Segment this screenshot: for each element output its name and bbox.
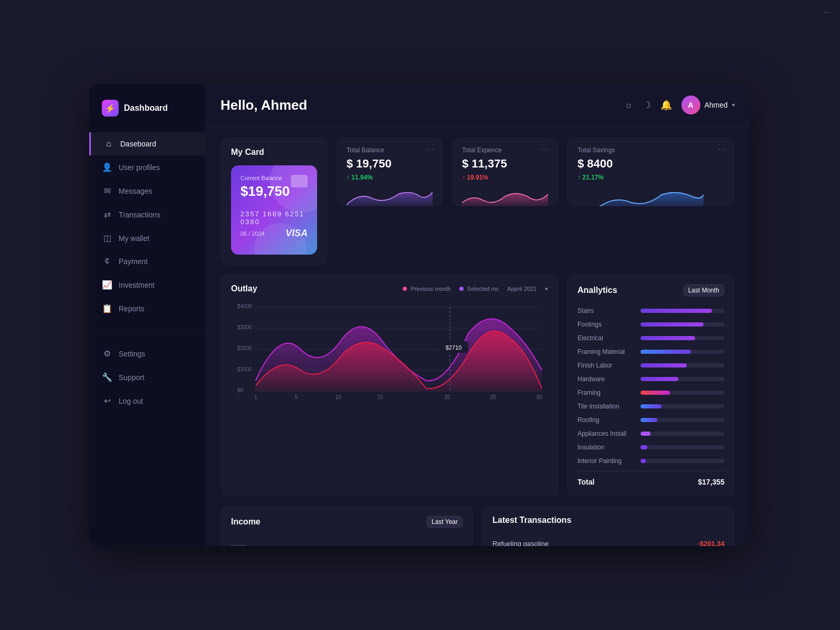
chevron-down-icon: ▾ bbox=[732, 101, 735, 109]
income-card: Income Last Year $30,000 $20,000 $10,000… bbox=[220, 505, 474, 546]
analytics-items: Stairs Footings Electrical Framing Mater… bbox=[578, 307, 724, 465]
svg-text:$2000: $2000 bbox=[237, 345, 252, 351]
total-expense-card: ··· Total Expence $ 11,375 ↑ 19.91% bbox=[452, 137, 559, 206]
sidebar-item-investment[interactable]: 📈 Investment bbox=[89, 273, 205, 297]
sidebar-item-messages[interactable]: ✉ Messages bbox=[89, 179, 205, 203]
total-balance-card: ··· Total Balance $ 19,750 ↑ 11.94% bbox=[336, 137, 443, 206]
balance-chart bbox=[346, 185, 433, 206]
sidebar-label-support: Support bbox=[119, 373, 144, 382]
analytics-item: Framing Material bbox=[578, 348, 724, 355]
analytics-bar-fill bbox=[640, 377, 678, 381]
sidebar-logo: ⚡ Dashboard bbox=[89, 100, 205, 132]
analytics-item: Footings bbox=[578, 321, 724, 328]
logo-text: Dashboard bbox=[124, 103, 168, 113]
transactions-icon: ⇄ bbox=[102, 209, 112, 219]
sidebar-item-payment[interactable]: ¢ Payment bbox=[89, 250, 205, 273]
sidebar-item-transactions[interactable]: ⇄ Transactions bbox=[89, 203, 205, 226]
analytics-bar-bg bbox=[640, 391, 724, 395]
analytics-total: Total $17,355 bbox=[578, 471, 724, 486]
analytics-bar-fill bbox=[640, 391, 670, 395]
analytics-bar-fill bbox=[640, 445, 647, 449]
legend-selected: Selected mc bbox=[459, 286, 499, 292]
analytics-bar-fill bbox=[640, 459, 646, 463]
card-expiry: 06 / 2024 bbox=[240, 230, 265, 237]
sidebar-item-support[interactable]: 🔧 Support bbox=[89, 365, 205, 389]
transactions-title: Latest Transactions bbox=[492, 516, 571, 525]
income-title: Income bbox=[231, 517, 260, 527]
analytics-item-label: Insulation bbox=[578, 444, 640, 451]
analytics-bar-fill bbox=[640, 404, 662, 408]
dashboard-grid: ··· Total Balance $ 19,750 ↑ 11.94% bbox=[205, 127, 751, 546]
analytics-item: Interior Painting bbox=[578, 457, 724, 465]
settings-icon: ⚙ bbox=[102, 349, 112, 359]
expense-change: ↑ 19.91% bbox=[462, 174, 548, 181]
expense-chart bbox=[462, 185, 548, 206]
sidebar-bottom: ⚙ Settings 🔧 Support ↩ Log out bbox=[89, 331, 205, 423]
sidebar-nav: ⌂ Daseboard 👤 User profiles ✉ Messages ⇄… bbox=[89, 132, 205, 530]
sidebar-item-my-wallet[interactable]: ◫ My wallet bbox=[89, 226, 205, 250]
analytics-bar-fill bbox=[640, 432, 650, 436]
avatar: A bbox=[681, 96, 700, 114]
analytics-item-label: Hardware bbox=[578, 375, 640, 383]
chart-legend: Previous month Selected mc Appril 2021 ▾ bbox=[403, 286, 548, 292]
user-name: Ahmed bbox=[705, 101, 728, 109]
logout-icon: ↩ bbox=[102, 396, 112, 406]
sidebar-label-messages: Messages bbox=[119, 187, 152, 195]
savings-change: ↑ 21.17% bbox=[578, 174, 724, 181]
analytics-bar-bg bbox=[640, 432, 724, 436]
sidebar-label-settings: Settings bbox=[119, 350, 145, 358]
user-menu[interactable]: A Ahmed ▾ bbox=[681, 96, 735, 114]
sidebar-label-transactions: Transactions bbox=[119, 211, 161, 219]
page-title: Hello, Ahmed bbox=[220, 97, 307, 113]
analytics-item-label: Interior Painting bbox=[578, 457, 640, 465]
income-filter-button[interactable]: Last Year bbox=[426, 516, 463, 528]
notification-icon[interactable]: 🔔 bbox=[660, 99, 672, 111]
sidebar-label-my-wallet: My wallet bbox=[119, 234, 149, 243]
card-number: 2357 1689 6251 0380 bbox=[240, 210, 308, 226]
svg-text:30: 30 bbox=[536, 394, 542, 399]
analytics-filter-button[interactable]: Last Month bbox=[683, 284, 724, 297]
analytics-item-label: Electrical bbox=[578, 334, 640, 342]
analytics-bar-bg bbox=[640, 445, 724, 449]
svg-text:25: 25 bbox=[490, 394, 496, 399]
analytics-bar-bg bbox=[640, 363, 724, 368]
transaction-amount-1: -$201.34 bbox=[698, 540, 724, 546]
sidebar-item-settings[interactable]: ⚙ Settings bbox=[89, 342, 205, 365]
sidebar-item-user-profiles[interactable]: 👤 User profiles bbox=[89, 155, 205, 179]
sidebar-item-dashboard[interactable]: ⌂ Daseboard bbox=[89, 132, 205, 155]
legend-selected-label: Selected mc bbox=[467, 286, 499, 292]
analytics-item-label: Stairs bbox=[578, 307, 640, 314]
analytics-item-label: Roofing bbox=[578, 416, 640, 424]
theme-icon[interactable]: ☼ bbox=[624, 100, 633, 111]
transaction-item-1: Refueling gasoline -$201.34 bbox=[492, 533, 724, 546]
analytics-item: Tile Installation bbox=[578, 403, 724, 410]
sidebar-item-logout[interactable]: ↩ Log out bbox=[89, 389, 205, 413]
income-chart: $30,000 $20,000 $10,000 $0 bbox=[231, 536, 463, 546]
savings-label: Total Savings bbox=[578, 146, 724, 154]
investment-icon: 📈 bbox=[102, 280, 112, 290]
svg-text:1: 1 bbox=[254, 394, 257, 399]
header: Hello, Ahmed ☼ ☽ 🔔 A Ahmed ▾ bbox=[205, 84, 751, 127]
sidebar-item-reports[interactable]: 📋 Reports bbox=[89, 297, 205, 320]
legend-month-label: Appril 2021 bbox=[507, 286, 537, 292]
card-footer: 06 / 2024 VISA bbox=[240, 228, 308, 239]
user-icon: 👤 bbox=[102, 162, 112, 172]
svg-text:$2710: $2710 bbox=[446, 344, 462, 351]
analytics-bar-bg bbox=[640, 322, 724, 327]
analytics-item-label: Framing bbox=[578, 389, 640, 396]
support-icon: 🔧 bbox=[102, 372, 112, 382]
sidebar-label-investment: Investment bbox=[119, 281, 154, 289]
expense-menu-icon[interactable]: ··· bbox=[542, 145, 550, 153]
payment-icon: ¢ bbox=[102, 257, 112, 266]
savings-chart bbox=[578, 185, 724, 206]
moon-icon[interactable]: ☽ bbox=[643, 99, 651, 111]
savings-menu-icon[interactable]: ··· bbox=[718, 145, 727, 153]
analytics-item-label: Finish Labor bbox=[578, 362, 640, 369]
legend-chevron-icon: ▾ bbox=[545, 286, 548, 292]
dashboard-icon: ⌂ bbox=[103, 139, 114, 149]
balance-menu-icon[interactable]: ··· bbox=[426, 145, 435, 153]
sidebar-label-reports: Reports bbox=[119, 304, 144, 313]
expense-value: $ 11,375 bbox=[462, 157, 548, 171]
sidebar: ⚡ Dashboard ⌂ Daseboard 👤 User profiles … bbox=[89, 84, 205, 546]
analytics-item: Stairs bbox=[578, 307, 724, 314]
